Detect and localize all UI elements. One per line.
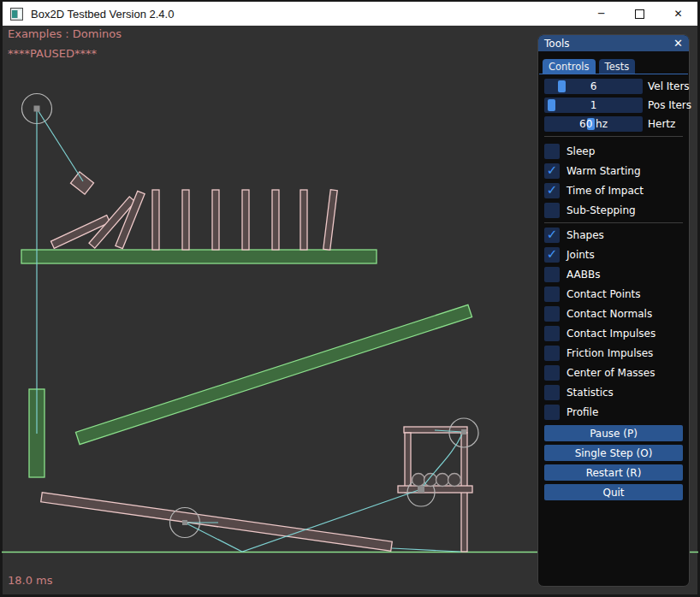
slider-label: Vel Iters	[648, 80, 690, 92]
separator	[544, 136, 683, 137]
checkbox-box[interactable]	[544, 326, 560, 341]
checkbox-time-of-impact[interactable]: Time of Impact	[544, 183, 683, 198]
titlebar[interactable]: Box2D Testbed Version 2.4.0 ─ ✕	[3, 2, 697, 26]
pause-button[interactable]: Pause (P)	[544, 425, 683, 441]
checkbox-shapes[interactable]: Shapes	[544, 228, 683, 243]
tab-tests[interactable]: Tests	[599, 59, 636, 74]
checkbox-label: Joints	[567, 249, 595, 261]
separator	[544, 222, 683, 223]
checkbox-sleep[interactable]: Sleep	[544, 144, 683, 159]
app-window: Box2D Testbed Version 2.4.0 ─ ✕ Examples…	[0, 0, 700, 597]
paused-label: ****PAUSED****	[8, 47, 97, 60]
checkbox-label: Contact Impulses	[567, 328, 656, 340]
checkbox-box[interactable]	[544, 287, 560, 302]
checkbox-label: Contact Points	[567, 288, 641, 300]
checkbox-label: Shapes	[567, 229, 604, 241]
slider-value: 6	[544, 79, 643, 94]
tools-panel-header[interactable]: Tools ✕	[538, 35, 689, 51]
checkbox-label: Warm Starting	[567, 165, 641, 177]
checkbox-box[interactable]	[544, 365, 560, 381]
maximize-icon	[635, 9, 644, 19]
checkbox-friction-impulses[interactable]: Friction Impulses	[544, 346, 683, 361]
slider-value: 60 hz	[544, 116, 643, 132]
checkbox-box[interactable]	[544, 247, 560, 263]
checkbox-label: Center of Masses	[567, 367, 655, 379]
checkbox-aabbs[interactable]: AABBs	[544, 267, 683, 282]
slider-hertz[interactable]: 60 hz Hertz	[544, 116, 683, 132]
slider-label: Pos Iters	[648, 99, 691, 111]
checkbox-box[interactable]	[544, 203, 560, 218]
checkbox-contact-impulses[interactable]: Contact Impulses	[544, 326, 683, 341]
tab-bar: Controls Tests	[543, 59, 689, 74]
tools-panel: Tools ✕ Controls Tests 6 Vel Iters 1 Po	[537, 34, 690, 587]
slider-vel-iters[interactable]: 6 Vel Iters	[544, 79, 683, 94]
checkbox-sub-stepping[interactable]: Sub-Stepping	[544, 203, 683, 218]
maximize-button[interactable]	[620, 2, 659, 26]
button-stack: Pause (P) Single Step (O) Restart (R) Qu…	[544, 425, 683, 500]
slider-track[interactable]: 6	[544, 79, 643, 94]
slider-track[interactable]: 1	[544, 98, 643, 113]
checkbox-label: Time of Impact	[567, 185, 644, 197]
tab-controls[interactable]: Controls	[543, 59, 596, 74]
restart-button[interactable]: Restart (R)	[544, 464, 683, 481]
tools-panel-title: Tools	[544, 38, 570, 50]
quit-button[interactable]: Quit	[544, 484, 683, 500]
checkbox-label: Sub-Stepping	[567, 204, 636, 216]
checkbox-joints[interactable]: Joints	[544, 247, 683, 263]
checkbox-label: Contact Normals	[567, 308, 652, 320]
close-button[interactable]: ✕	[659, 2, 697, 26]
checkbox-box[interactable]	[544, 228, 560, 243]
frame-time-label: 18.0 ms	[8, 574, 53, 587]
checkbox-box[interactable]	[544, 385, 560, 400]
checkbox-box[interactable]	[544, 183, 560, 198]
checkbox-label: Statistics	[567, 387, 614, 399]
checkbox-label: Profile	[567, 406, 598, 418]
panel-close-icon[interactable]: ✕	[673, 38, 683, 49]
single-step-button[interactable]: Single Step (O)	[544, 445, 683, 461]
slider-pos-iters[interactable]: 1 Pos Iters	[544, 98, 683, 113]
checkbox-label: AABBs	[567, 269, 600, 281]
checkbox-box[interactable]	[544, 163, 560, 179]
slider-track[interactable]: 60 hz	[544, 116, 643, 132]
checkbox-center-of-masses[interactable]: Center of Masses	[544, 365, 683, 381]
window-title: Box2D Testbed Version 2.4.0	[31, 8, 174, 21]
checkbox-warm-starting[interactable]: Warm Starting	[544, 163, 683, 179]
checkbox-box[interactable]	[544, 306, 560, 322]
slider-value: 1	[544, 98, 643, 113]
checkbox-box[interactable]	[544, 144, 560, 159]
checkbox-statistics[interactable]: Statistics	[544, 385, 683, 400]
example-label: Examples : Dominos	[8, 27, 122, 40]
checkbox-box[interactable]	[544, 405, 560, 420]
checkbox-contact-points[interactable]: Contact Points	[544, 287, 683, 302]
checkbox-box[interactable]	[544, 267, 560, 282]
window-controls: ─ ✕	[582, 2, 697, 26]
checkbox-profile[interactable]: Profile	[544, 405, 683, 420]
checkbox-label: Friction Impulses	[567, 347, 653, 359]
minimize-button[interactable]: ─	[582, 2, 620, 26]
checkbox-box[interactable]	[544, 346, 560, 361]
checkbox-contact-normals[interactable]: Contact Normals	[544, 306, 683, 322]
controls-body: 6 Vel Iters 1 Pos Iters 60 hz Hertz	[538, 74, 689, 500]
app-icon	[10, 8, 23, 21]
slider-label: Hertz	[648, 118, 675, 130]
checkbox-label: Sleep	[567, 145, 595, 157]
